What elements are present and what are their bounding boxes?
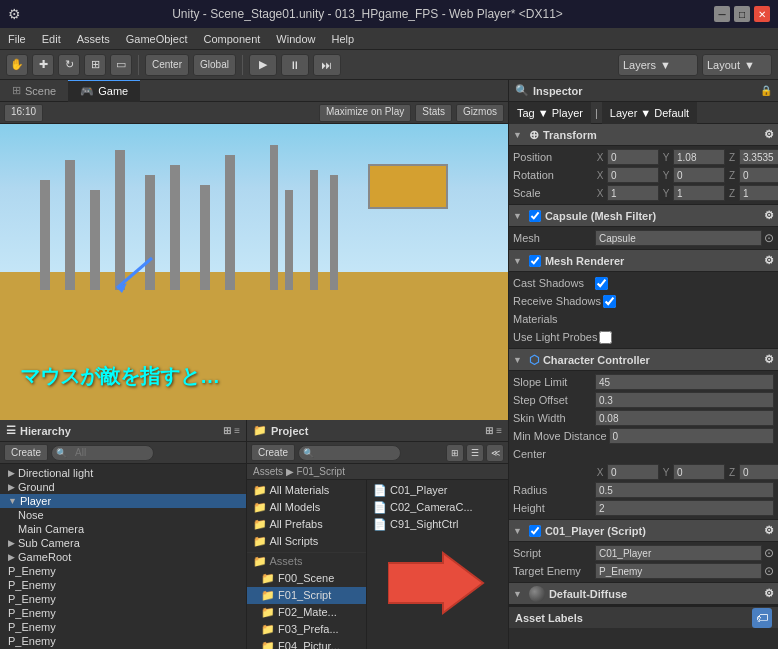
char-controller-settings-icon[interactable]: ⚙ (764, 353, 774, 366)
position-z[interactable] (739, 149, 778, 165)
menu-assets[interactable]: Assets (69, 31, 118, 47)
asset-labels-lock-btn[interactable]: 🏷 (752, 608, 772, 628)
material-header[interactable]: ▼ Default-Diffuse ⚙ (509, 583, 778, 605)
center-y[interactable] (673, 464, 725, 480)
hierarchy-options[interactable]: ⊞ ≡ (223, 425, 240, 436)
tag-dropdown[interactable]: Tag ▼ Player (509, 102, 591, 124)
mesh-renderer-header[interactable]: ▼ Mesh Renderer ⚙ (509, 250, 778, 272)
rotation-y[interactable] (673, 167, 725, 183)
scale-y[interactable] (673, 185, 725, 201)
list-item[interactable]: 📁 F02_Mate... (247, 604, 366, 621)
hierarchy-search[interactable] (69, 445, 149, 461)
step-button[interactable]: ⏭ (313, 54, 341, 76)
mesh-filter-enabled[interactable] (529, 210, 541, 222)
list-item[interactable]: ▶ Sub Camera (0, 536, 246, 550)
radius-input[interactable] (595, 482, 774, 498)
scale-tool[interactable]: ⊞ (84, 54, 106, 76)
layer-dropdown[interactable]: Layer ▼ Default (602, 102, 697, 124)
mesh-renderer-enabled[interactable] (529, 255, 541, 267)
menu-window[interactable]: Window (268, 31, 323, 47)
list-item[interactable]: 📄 C02_CameraC... (367, 499, 508, 516)
center-z[interactable] (739, 464, 778, 480)
list-item[interactable]: P_Enemy (0, 634, 246, 648)
list-item[interactable]: ▼ Player (0, 494, 246, 508)
list-item[interactable]: P_Enemy (0, 592, 246, 606)
transform-settings-icon[interactable]: ⚙ (764, 128, 774, 141)
list-item[interactable]: Main Camera (0, 522, 246, 536)
script-settings-icon[interactable]: ⚙ (764, 524, 774, 537)
project-nav-icon[interactable]: ≪ (486, 444, 504, 462)
mesh-value-input[interactable] (595, 230, 762, 246)
height-input[interactable] (595, 500, 774, 516)
move-tool[interactable]: ✚ (32, 54, 54, 76)
target-enemy-input[interactable] (595, 563, 762, 579)
project-create-btn[interactable]: Create (251, 444, 295, 461)
rotate-tool[interactable]: ↻ (58, 54, 80, 76)
mesh-renderer-settings-icon[interactable]: ⚙ (764, 254, 774, 267)
mesh-filter-header[interactable]: ▼ Capsule (Mesh Filter) ⚙ (509, 205, 778, 227)
position-y[interactable] (673, 149, 725, 165)
global-toggle[interactable]: Global (193, 54, 236, 76)
rotation-z[interactable] (739, 167, 778, 183)
list-item[interactable]: 📄 C91_SightCtrl (367, 516, 508, 533)
step-offset-input[interactable] (595, 392, 774, 408)
rotation-x[interactable] (607, 167, 659, 183)
script-header[interactable]: ▼ C01_Player (Script) ⚙ (509, 520, 778, 542)
maximize-button[interactable]: □ (734, 6, 750, 22)
pause-button[interactable]: ⏸ (281, 54, 309, 76)
scale-z[interactable] (739, 185, 778, 201)
project-list-icon[interactable]: ☰ (466, 444, 484, 462)
cast-shadows-checkbox[interactable] (595, 277, 608, 290)
tab-game[interactable]: 🎮 Game (68, 80, 140, 102)
list-item[interactable]: P_Enemy (0, 578, 246, 592)
mesh-select-icon[interactable]: ⊙ (764, 231, 774, 245)
slope-limit-input[interactable] (595, 374, 774, 390)
inspector-lock-icon[interactable]: 🔒 (760, 85, 772, 96)
material-settings-icon[interactable]: ⚙ (764, 587, 774, 600)
gizmos-btn[interactable]: Gizmos (456, 104, 504, 122)
use-light-probes-checkbox[interactable] (599, 331, 612, 344)
mesh-filter-settings-icon[interactable]: ⚙ (764, 209, 774, 222)
hierarchy-create-btn[interactable]: Create (4, 444, 48, 461)
list-item[interactable]: ▶ Ground (0, 480, 246, 494)
list-item[interactable]: ▶ GameRoot (0, 550, 246, 564)
menu-edit[interactable]: Edit (34, 31, 69, 47)
center-toggle[interactable]: Center (145, 54, 189, 76)
list-item[interactable]: 📁 F03_Prefa... (247, 621, 366, 638)
script-enabled[interactable] (529, 525, 541, 537)
layout-dropdown[interactable]: Layout ▼ (702, 54, 772, 76)
target-select-icon[interactable]: ⊙ (764, 564, 774, 578)
receive-shadows-checkbox[interactable] (603, 295, 616, 308)
min-move-dist-input[interactable] (609, 428, 774, 444)
position-x[interactable] (607, 149, 659, 165)
list-item[interactable]: 📁 All Scripts (247, 533, 366, 550)
list-item[interactable]: P_Enemy (0, 606, 246, 620)
list-item[interactable]: 📁 All Prefabs (247, 516, 366, 533)
center-x[interactable] (607, 464, 659, 480)
script-value-input[interactable] (595, 545, 762, 561)
menu-help[interactable]: Help (323, 31, 362, 47)
list-item[interactable]: 📁 F04_Pictur... (247, 638, 366, 649)
project-view-icon[interactable]: ⊞ (446, 444, 464, 462)
close-button[interactable]: ✕ (754, 6, 770, 22)
menu-gameobject[interactable]: GameObject (118, 31, 196, 47)
maximize-on-play-btn[interactable]: Maximize on Play (319, 104, 411, 122)
skin-width-input[interactable] (595, 410, 774, 426)
hand-tool[interactable]: ✋ (6, 54, 28, 76)
char-controller-header[interactable]: ▼ ⬡ Character Controller ⚙ (509, 349, 778, 371)
resolution-btn[interactable]: 16:10 (4, 104, 43, 122)
layers-dropdown[interactable]: Layers ▼ (618, 54, 698, 76)
stats-btn[interactable]: Stats (415, 104, 452, 122)
list-item[interactable]: 📁 F01_Script (247, 587, 366, 604)
list-item[interactable]: P_Enemy (0, 620, 246, 634)
rect-tool[interactable]: ▭ (110, 54, 132, 76)
list-item[interactable]: Nose (0, 508, 246, 522)
project-search[interactable] (316, 445, 396, 461)
play-button[interactable]: ▶ (249, 54, 277, 76)
menu-component[interactable]: Component (195, 31, 268, 47)
list-item[interactable]: 📄 C01_Player (367, 482, 508, 499)
list-item[interactable]: ▶ Directional light (0, 466, 246, 480)
list-item[interactable]: P_Enemy (0, 564, 246, 578)
scale-x[interactable] (607, 185, 659, 201)
list-item[interactable]: 📁 F00_Scene (247, 570, 366, 587)
